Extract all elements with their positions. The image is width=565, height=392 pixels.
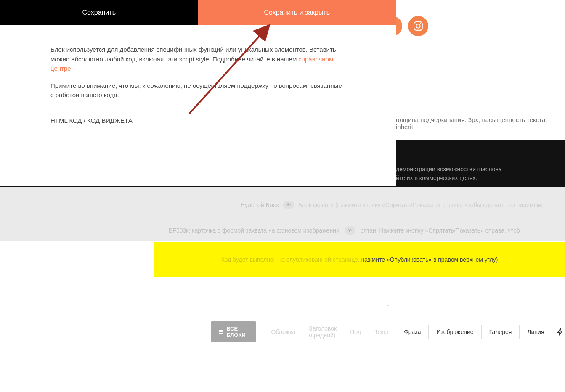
tool-heading[interactable]: Заголовок (средний): [302, 322, 343, 342]
code-label: HTML КОД / КОД ВИДЖЕТА: [50, 116, 346, 126]
all-blocks-label: ВСЕ БЛОКИ: [226, 326, 247, 338]
publish-notice-strip: Код будет выполнен на опубликованной стр…: [154, 242, 565, 277]
tool-sub[interactable]: Под: [343, 325, 368, 339]
tool-image[interactable]: Изображение: [428, 325, 481, 339]
modal-description-1: Блок используется для добавления специфи…: [50, 45, 346, 74]
tool-phrase[interactable]: Фраза: [396, 325, 429, 339]
modal-description-2: Примите во внимание, что мы, к сожалению…: [50, 81, 346, 100]
instagram-icon[interactable]: [408, 16, 428, 36]
tool-text[interactable]: Текст: [368, 325, 396, 339]
eye-icon[interactable]: 👁: [283, 201, 294, 209]
hamburger-icon: [219, 329, 223, 335]
eye-icon[interactable]: 👁: [345, 226, 355, 235]
tool-line[interactable]: Линия: [519, 325, 552, 339]
hidden-block-bf503: BF503к: карточка с формой захвата на фон…: [169, 226, 520, 235]
tool-cover[interactable]: Обложка: [265, 325, 302, 339]
save-button[interactable]: Сохранить: [0, 0, 198, 25]
modal-header: Сохранить Сохранить и закрыть: [0, 0, 396, 25]
tool-gallery[interactable]: Галерея: [481, 325, 520, 339]
save-and-close-button[interactable]: Сохранить и закрыть: [198, 0, 396, 25]
code-editor-modal: Сохранить Сохранить и закрыть Блок испол…: [0, 0, 396, 186]
decorative-sep: •: [387, 303, 389, 308]
background-underline-text: олщина подчеркивания: 3px, насыщенность …: [396, 116, 565, 130]
zero-block-button[interactable]: [552, 325, 565, 339]
modal-body: Блок используется для добавления специфи…: [0, 25, 396, 125]
hidden-block-zero: Нулевой Блок 👁 Блок скрыт и (нажмите кно…: [241, 201, 544, 209]
block-toolbar: ВСЕ БЛОКИ Обложка Заголовок (средний) По…: [211, 321, 565, 342]
dark-strip-text: демонстрации возможностей шаблона йте их…: [396, 165, 502, 183]
social-icons-group: [390, 16, 428, 36]
all-blocks-button[interactable]: ВСЕ БЛОКИ: [211, 321, 256, 342]
